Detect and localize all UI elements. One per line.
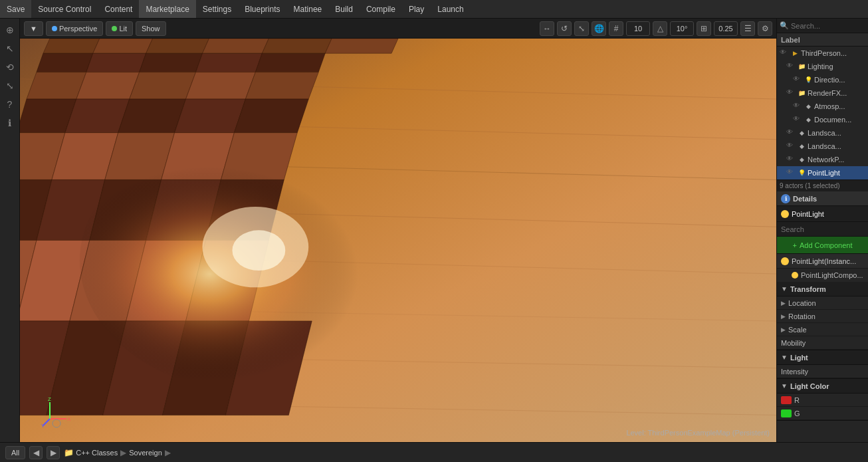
details-tab-icon: ℹ [781, 194, 790, 203]
color-box-r [781, 396, 792, 404]
eye-icon-4: 👁 [793, 102, 802, 111]
svg-marker-19 [255, 53, 325, 72]
left-icon-cursor[interactable]: ↖ [2, 41, 18, 57]
add-component-button[interactable]: + Add Component [777, 237, 868, 254]
menu-matinee[interactable]: Matinee [287, 0, 329, 18]
outliner-item-renderfx[interactable]: 👁 📁 RenderFX... [777, 86, 868, 100]
add-component-label: Add Component [800, 241, 853, 249]
rotation-row[interactable]: ▶ Rotation [777, 310, 868, 323]
transform-arrow-icon: ▼ [781, 285, 788, 292]
intensity-row[interactable]: Intensity [777, 365, 868, 378]
folder-icon-1: 📁 [798, 62, 806, 70]
viewport-show-btn[interactable]: Show [136, 21, 166, 36]
vp-angle-value[interactable]: 10° [670, 21, 694, 36]
all-button[interactable]: All [5, 446, 25, 459]
rotation-arrow-icon: ▶ [781, 313, 786, 320]
vp-icon-translate[interactable]: ↔ [540, 21, 554, 36]
vp-icon-camera[interactable]: 🌐 [592, 21, 606, 36]
light-color-header[interactable]: ▼ Light Color [777, 379, 868, 394]
svg-point-60 [53, 419, 60, 427]
outliner-item-networkp[interactable]: 👁 ◆ NetworkP... [777, 153, 868, 166]
actor-icon-8: ◆ [798, 156, 806, 164]
viewport-perspective-btn[interactable]: Perspective [46, 21, 103, 36]
vp-icon-grid[interactable]: # [609, 21, 623, 36]
menu-build[interactable]: Build [328, 0, 360, 18]
details-tab-label[interactable]: Details [793, 195, 817, 203]
component-sub-row[interactable]: PointLightCompo... [777, 269, 868, 282]
breadcrumb-label-1: Sovereign [129, 449, 162, 457]
component-instance-row[interactable]: PointLight(Instanc... [777, 254, 868, 269]
instance-icon [781, 257, 789, 265]
menu-content[interactable]: Content [98, 0, 139, 18]
menu-marketplace[interactable]: Marketplace [139, 0, 195, 18]
menu-blueprints[interactable]: Blueprints [238, 0, 286, 18]
sub-icon [792, 272, 798, 279]
light-arrow-icon: ▼ [781, 354, 788, 361]
left-icon-move[interactable]: ⊕ [2, 22, 18, 38]
outliner-item-document[interactable]: 👁 ◆ Documen... [777, 113, 868, 126]
left-icon-info[interactable]: ℹ [2, 115, 18, 131]
menu-save[interactable]: Save [0, 0, 31, 18]
color-row-r[interactable]: R [777, 394, 868, 407]
outliner-item-label-1: Lighting [808, 62, 833, 70]
outliner-search-input[interactable] [791, 22, 865, 30]
component-instance-label: PointLight(Instanc... [792, 257, 856, 265]
color-label-g: G [794, 409, 800, 417]
level-label: Level: [626, 429, 645, 437]
svg-marker-27 [118, 99, 186, 133]
left-icon-question[interactable]: ? [2, 96, 18, 112]
scale-row[interactable]: ▶ Scale [777, 323, 868, 336]
viewport-dropdown-btn[interactable]: ▼ [24, 21, 43, 36]
vp-icon-scale[interactable]: ⤡ [574, 21, 589, 36]
svg-text:Y: Y [41, 423, 45, 429]
svg-text:Z: Z [48, 396, 51, 402]
eye-icon-8: 👁 [786, 155, 796, 164]
breadcrumb-item-0[interactable]: 📁 C++ Classes [64, 448, 118, 457]
outliner-item-atmos[interactable]: 👁 ◆ Atmosp... [777, 100, 868, 113]
eye-icon-2: 👁 [793, 75, 802, 84]
eye-icon-6: 👁 [786, 128, 796, 138]
vp-icon-rotate[interactable]: ↺ [557, 21, 572, 36]
color-row-g[interactable]: G [777, 407, 868, 420]
outliner-item-thirdperson[interactable]: 👁 ▶ ThirdPerson... [777, 47, 868, 60]
svg-marker-18 [196, 53, 263, 72]
nav-forward-button[interactable]: ▶ [47, 446, 60, 459]
viewport-lit-btn[interactable]: Lit [106, 21, 133, 36]
menu-launch[interactable]: Launch [431, 0, 470, 18]
location-row[interactable]: ▶ Location [777, 296, 868, 310]
perspective-label: Perspective [59, 25, 97, 33]
menu-source-control[interactable]: Source Control [31, 0, 98, 18]
outliner-item-landscape1[interactable]: 👁 ◆ Landsca... [777, 126, 868, 140]
details-section: ℹ Details PointLight + Add Component Poi… [777, 191, 868, 442]
vp-scale-value[interactable]: 0.25 [714, 21, 738, 36]
coord-axes: X Z Y [40, 396, 73, 429]
details-search-input[interactable] [781, 225, 864, 233]
light-section-header[interactable]: ▼ Light [777, 350, 868, 365]
transform-section-header[interactable]: ▼ Transform [777, 282, 868, 296]
menu-play[interactable]: Play [402, 0, 431, 18]
outliner-item-directional[interactable]: 👁 💡 Directio... [777, 73, 868, 86]
viewport-canvas[interactable]: X Z Y Level: ThirdPersonExampleMap (Pers… [20, 39, 776, 442]
vp-icon-bookmark[interactable]: ☰ [740, 21, 755, 36]
svg-marker-14 [325, 39, 398, 53]
outliner-item-landscape2[interactable]: 👁 ◆ Landsca... [777, 140, 868, 153]
menu-settings[interactable]: Settings [196, 0, 238, 18]
outliner-item-label-2: Directio... [814, 76, 845, 84]
breadcrumb-item-1[interactable]: Sovereign [129, 449, 162, 457]
menu-bar: Save Source Control Content Marketplace … [0, 0, 868, 19]
vp-icon-angle[interactable]: △ [653, 21, 667, 36]
menu-compile[interactable]: Compile [360, 0, 402, 18]
nav-back-button[interactable]: ◀ [29, 446, 43, 459]
mobility-row[interactable]: Mobility [777, 336, 868, 350]
folder-icon-3: 📁 [798, 89, 806, 97]
breadcrumb-sep-1: ▶ [165, 448, 171, 457]
eye-icon-5: 👁 [793, 115, 802, 124]
outliner-label-header: Label [777, 33, 868, 47]
vp-icon-maximize[interactable]: ⊞ [697, 21, 711, 36]
vp-icon-settings[interactable]: ⚙ [758, 21, 772, 36]
outliner-item-pointlight[interactable]: 👁 💡 PointLight [777, 166, 868, 179]
outliner-item-lighting[interactable]: 👁 📁 Lighting [777, 60, 868, 73]
left-icon-transform[interactable]: ⟲ [2, 59, 18, 75]
left-icon-scale[interactable]: ⤡ [2, 78, 18, 94]
vp-grid-value[interactable]: 10 [626, 21, 650, 36]
